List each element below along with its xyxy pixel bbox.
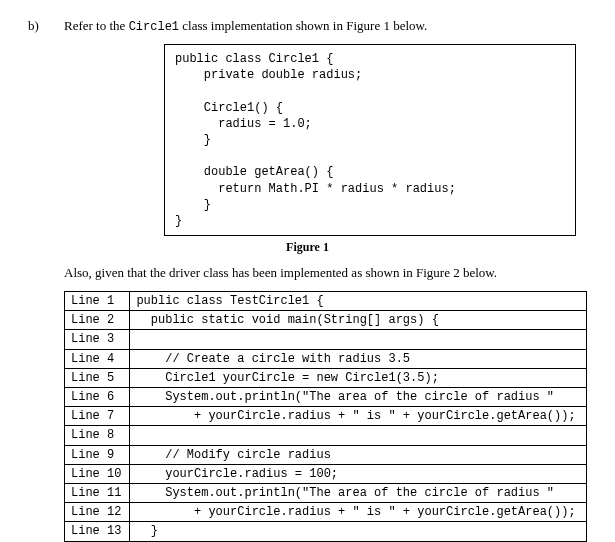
table-row: Line 10 yourCircle.radius = 100;: [65, 464, 587, 483]
mid-paragraph: Also, given that the driver class has be…: [64, 265, 587, 281]
question-text: Refer to the Circle1 class implementatio…: [64, 18, 587, 34]
line-label: Line 3: [65, 330, 130, 349]
line-label: Line 13: [65, 522, 130, 541]
line-code: }: [130, 522, 587, 541]
line-label: Line 2: [65, 311, 130, 330]
line-code: System.out.println("The area of the circ…: [130, 388, 587, 407]
line-code: public static void main(String[] args) {: [130, 311, 587, 330]
table-row: Line 6 System.out.println("The area of t…: [65, 388, 587, 407]
question-label: b): [28, 18, 64, 34]
line-label: Line 11: [65, 483, 130, 502]
table-row: Line 8: [65, 426, 587, 445]
line-code: // Create a circle with radius 3.5: [130, 349, 587, 368]
line-code: Circle1 yourCircle = new Circle1(3.5);: [130, 368, 587, 387]
line-code: public class TestCircle1 {: [130, 292, 587, 311]
table-row: Line 3: [65, 330, 587, 349]
class-name-inline: Circle1: [129, 20, 179, 34]
table-row: Line 1public class TestCircle1 {: [65, 292, 587, 311]
intro-pre: Refer to the: [64, 18, 129, 33]
question-line: b) Refer to the Circle1 class implementa…: [28, 18, 587, 34]
figure-2-table: Line 1public class TestCircle1 {Line 2 p…: [64, 291, 587, 542]
table-row: Line 9 // Modify circle radius: [65, 445, 587, 464]
table-row: Line 7 + yourCircle.radius + " is " + yo…: [65, 407, 587, 426]
line-label: Line 12: [65, 503, 130, 522]
line-label: Line 8: [65, 426, 130, 445]
figure-1-caption: Figure 1: [28, 240, 587, 255]
line-code: // Modify circle radius: [130, 445, 587, 464]
table-row: Line 11 System.out.println("The area of …: [65, 483, 587, 502]
line-code: + yourCircle.radius + " is " + yourCircl…: [130, 503, 587, 522]
line-label: Line 10: [65, 464, 130, 483]
intro-post: class implementation shown in Figure 1 b…: [179, 18, 427, 33]
table-row: Line 5 Circle1 yourCircle = new Circle1(…: [65, 368, 587, 387]
table-row: Line 4 // Create a circle with radius 3.…: [65, 349, 587, 368]
line-label: Line 1: [65, 292, 130, 311]
line-label: Line 9: [65, 445, 130, 464]
table-row: Line 2 public static void main(String[] …: [65, 311, 587, 330]
line-label: Line 4: [65, 349, 130, 368]
table-row: Line 13 }: [65, 522, 587, 541]
line-label: Line 6: [65, 388, 130, 407]
line-code: [130, 426, 587, 445]
line-code: + yourCircle.radius + " is " + yourCircl…: [130, 407, 587, 426]
line-code: System.out.println("The area of the circ…: [130, 483, 587, 502]
figure-1-code: public class Circle1 { private double ra…: [164, 44, 576, 236]
table-row: Line 12 + yourCircle.radius + " is " + y…: [65, 503, 587, 522]
line-label: Line 5: [65, 368, 130, 387]
line-label: Line 7: [65, 407, 130, 426]
line-code: [130, 330, 587, 349]
line-code: yourCircle.radius = 100;: [130, 464, 587, 483]
